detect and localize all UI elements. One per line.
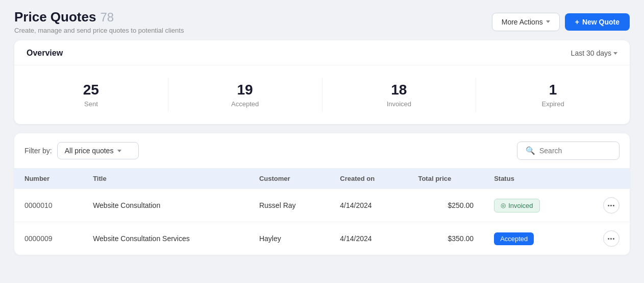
table-column-header: Created on bbox=[330, 169, 408, 189]
filter-dropdown[interactable]: All price quotes bbox=[57, 142, 139, 159]
more-actions-label: More Actions bbox=[502, 18, 543, 26]
page-title-count: 78 bbox=[100, 10, 114, 25]
row-actions-button[interactable]: ••• bbox=[603, 230, 620, 247]
stat-item: 19 Accepted bbox=[168, 78, 323, 112]
page-title-text: Price Quotes bbox=[14, 9, 96, 25]
search-icon: 🔍 bbox=[526, 146, 535, 155]
filter-row: Filter by: All price quotes 🔍 bbox=[14, 133, 630, 169]
header-left: Price Quotes 78 Create, manage and send … bbox=[14, 9, 184, 34]
dots-icon: ••• bbox=[608, 202, 615, 208]
stat-label: Expired bbox=[542, 100, 564, 108]
table-row[interactable]: 0000009Website Consultation ServicesHayl… bbox=[14, 222, 630, 255]
quote-title: Website Consultation bbox=[83, 189, 249, 222]
new-quote-label: New Quote bbox=[582, 18, 620, 26]
stat-item: 18 Invoiced bbox=[323, 78, 477, 112]
quote-total-price: $350.00 bbox=[408, 222, 484, 255]
quote-status: Accepted bbox=[484, 222, 578, 255]
stat-item: 1 Expired bbox=[476, 78, 630, 112]
quotes-table-wrapper: NumberTitleCustomerCreated onTotal price… bbox=[14, 169, 630, 255]
overview-stats: 25 Sent 19 Accepted 18 Invoiced 1 Expire… bbox=[14, 65, 630, 124]
quote-created-on: 4/14/2024 bbox=[330, 222, 408, 255]
status-badge: Accepted bbox=[494, 232, 534, 245]
table-column-header: Status bbox=[484, 169, 578, 189]
page-title: Price Quotes 78 bbox=[14, 9, 184, 25]
stat-label: Accepted bbox=[231, 100, 259, 108]
header-actions: More Actions + New Quote bbox=[492, 13, 630, 31]
quote-number: 0000010 bbox=[14, 189, 83, 222]
table-column-header: Customer bbox=[249, 169, 330, 189]
dots-icon: ••• bbox=[608, 235, 615, 242]
table-column-header bbox=[578, 169, 630, 189]
plus-icon: + bbox=[575, 18, 579, 26]
overview-period-selector[interactable]: Last 30 days bbox=[571, 49, 617, 57]
overview-header: Overview Last 30 days bbox=[14, 40, 630, 65]
stat-number: 25 bbox=[83, 82, 99, 98]
stat-label: Sent bbox=[84, 100, 98, 108]
row-actions-button[interactable]: ••• bbox=[603, 197, 620, 214]
new-quote-button[interactable]: + New Quote bbox=[565, 13, 630, 31]
quote-total-price: $250.00 bbox=[408, 189, 484, 222]
page-header: Price Quotes 78 Create, manage and send … bbox=[0, 0, 644, 40]
stat-item: 25 Sent bbox=[14, 78, 168, 112]
quote-created-on: 4/14/2024 bbox=[330, 189, 408, 222]
quote-title: Website Consultation Services bbox=[83, 222, 249, 255]
invoiced-icon: ◎ bbox=[501, 202, 506, 209]
quote-number: 0000009 bbox=[14, 222, 83, 255]
page-subtitle: Create, manage and send price quotes to … bbox=[14, 27, 184, 34]
period-label: Last 30 days bbox=[571, 49, 611, 57]
table-column-header: Title bbox=[83, 169, 249, 189]
status-badge: ◎Invoiced bbox=[494, 199, 539, 213]
stat-label: Invoiced bbox=[387, 100, 411, 108]
quote-customer: Russel Ray bbox=[249, 189, 330, 222]
overview-title: Overview bbox=[27, 49, 63, 58]
filter-selected-value: All price quotes bbox=[65, 147, 114, 155]
search-input[interactable] bbox=[539, 147, 611, 155]
table-column-header: Total price bbox=[408, 169, 484, 189]
table-column-header: Number bbox=[14, 169, 83, 189]
stat-number: 1 bbox=[549, 82, 557, 98]
quote-customer: Hayley bbox=[249, 222, 330, 255]
quote-actions-cell: ••• bbox=[578, 189, 630, 222]
more-actions-button[interactable]: More Actions bbox=[492, 13, 560, 31]
stat-number: 18 bbox=[391, 82, 407, 98]
quote-status: ◎Invoiced bbox=[484, 189, 578, 222]
quote-actions-cell: ••• bbox=[578, 222, 630, 255]
chevron-down-icon bbox=[546, 20, 550, 23]
table-body: 0000010Website ConsultationRussel Ray4/1… bbox=[14, 189, 630, 255]
filter-left: Filter by: All price quotes bbox=[24, 142, 139, 159]
filter-chevron-icon bbox=[117, 150, 121, 152]
search-box[interactable]: 🔍 bbox=[517, 142, 620, 160]
filter-label: Filter by: bbox=[24, 147, 52, 155]
stat-number: 19 bbox=[237, 82, 253, 98]
table-header-row: NumberTitleCustomerCreated onTotal price… bbox=[14, 169, 630, 189]
period-chevron-icon bbox=[613, 52, 617, 55]
overview-card: Overview Last 30 days 25 Sent 19 Accepte… bbox=[14, 40, 630, 124]
table-row[interactable]: 0000010Website ConsultationRussel Ray4/1… bbox=[14, 189, 630, 222]
quotes-table: NumberTitleCustomerCreated onTotal price… bbox=[14, 169, 630, 255]
